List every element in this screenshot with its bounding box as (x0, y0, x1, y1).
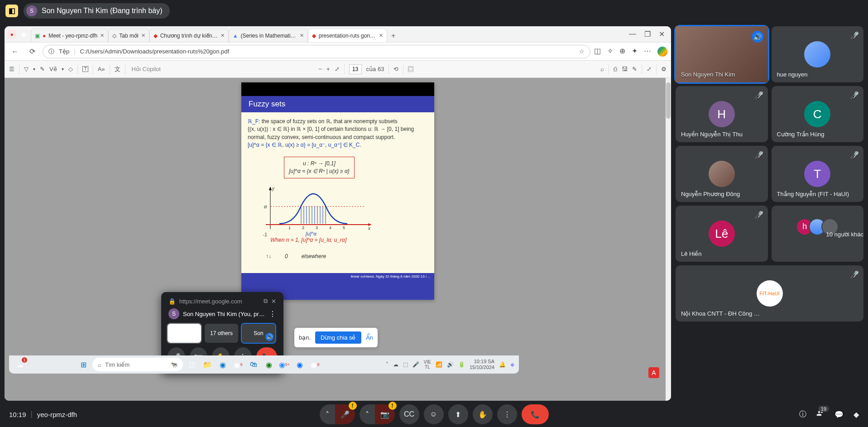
copilot-input[interactable]: Hỏi Copilot (132, 66, 222, 72)
minimize-icon[interactable]: — (629, 30, 636, 38)
taskbar-search[interactable]: ⌕ Tìm kiếm 🐄 (92, 358, 183, 371)
chrome-icon[interactable]: ◉9 (232, 358, 245, 371)
chat-icon[interactable]: 💬 (834, 410, 844, 419)
pip-pop-out-icon[interactable]: ⧉ (264, 297, 268, 305)
close-icon[interactable]: ✕ (100, 33, 104, 38)
language-icon[interactable]: ⬚ (403, 361, 408, 368)
meeting-info-icon[interactable]: ⓘ (799, 410, 806, 419)
premiere-icon[interactable]: ◆ (510, 361, 514, 368)
end-call-button[interactable]: 📞 (522, 404, 549, 424)
onedrive-icon[interactable]: ☁ (393, 361, 398, 368)
favorite-icon[interactable]: ☆ (579, 48, 585, 55)
volume-icon[interactable]: 🔊 (447, 361, 454, 368)
erase-icon[interactable]: ◇ (68, 66, 73, 72)
highlight-icon[interactable]: ▽ (24, 66, 29, 72)
participant-tile-dong[interactable]: 🎤̸ Nguyễn Phương Đông (676, 146, 768, 202)
pip-close-icon[interactable]: ✕ (271, 298, 276, 305)
activities-icon[interactable]: ◆ (854, 410, 859, 419)
participant-tile-thang[interactable]: T 🎤̸ Thắng Nguyễn (FIT - HaUI) (772, 146, 864, 202)
new-tab-button[interactable]: + (387, 29, 400, 42)
refresh-icon[interactable]: ⟳ (25, 45, 39, 58)
mic-options-button[interactable]: ˄ (320, 404, 335, 424)
tab-presentation-active[interactable]: ◆presentation-ruts gon.pd...✕ (308, 29, 387, 42)
participant-tile-noikhoa[interactable]: FIT-HaUI 🎤̸ Nội Khoa CNTT - ĐH Công ng..… (676, 265, 863, 321)
wifi-icon[interactable]: 📶 (436, 361, 442, 368)
participant-tile-cuong[interactable]: C 🎤̸ Cường Trần Hùng (772, 86, 864, 142)
acrobat-icon[interactable]: A (648, 367, 659, 378)
reactions-button[interactable]: ☺ (424, 404, 444, 424)
print-icon[interactable]: ⎙ (614, 66, 617, 72)
participant-tile-huyen[interactable]: H 🎤̸ Huyền Nguyễn Thị Thu (676, 86, 768, 142)
participant-tile-lehien[interactable]: Lê 🎤̸ Lê Hiền (676, 206, 768, 262)
translate-icon[interactable]: 文 (115, 65, 120, 73)
workspaces-icon[interactable]: ▣ (19, 30, 28, 39)
save-icon[interactable]: 🖫 (622, 66, 628, 72)
menu-icon[interactable]: ⋯ (644, 47, 651, 57)
chevron-down-icon[interactable]: ▾ (33, 67, 35, 72)
participant-tile-son[interactable]: 🔊 Son Nguyen Thi Kim (676, 26, 768, 82)
maximize-icon[interactable]: ❐ (644, 30, 651, 38)
chevron-down-icon[interactable]: ▾ (62, 67, 64, 72)
favorites-icon[interactable]: ✧ (607, 47, 613, 57)
text-icon[interactable]: 🅃 (82, 66, 88, 72)
camera-options-button[interactable]: ˄ (360, 404, 375, 424)
weather-icon[interactable]: ☁1 (14, 358, 26, 371)
tab-meet[interactable]: ▣●Meet - yeo-rpmz-dfh✕ (31, 29, 108, 42)
back-icon[interactable]: ← (8, 45, 22, 58)
xbox-icon[interactable]: ◉ (263, 358, 275, 371)
camera-toggle-button[interactable]: 📷! (375, 404, 395, 424)
pip-thumb-speaker[interactable]: Son 🔊 (242, 324, 275, 343)
close-icon[interactable]: ✕ (300, 33, 304, 38)
pdf-viewport[interactable]: Fuzzy sets ℝ_F: the space of fuzzy sets … (5, 78, 671, 401)
extensions-icon[interactable]: ✦ (632, 47, 638, 57)
close-icon[interactable]: ✕ (141, 33, 145, 38)
draw-icon[interactable]: ✎ (40, 66, 45, 72)
profile-icon[interactable]: ● (7, 30, 16, 39)
close-window-icon[interactable]: ✕ (659, 30, 665, 38)
start-icon[interactable]: ⊞ (77, 358, 90, 371)
close-icon[interactable]: ✕ (379, 33, 383, 38)
page-view-icon[interactable]: ⿴ (408, 66, 414, 72)
more-options-button[interactable]: ⋮ (497, 404, 517, 424)
participant-tile-others[interactable]: h 10 người khác (772, 206, 864, 262)
fit-width-icon[interactable]: ⤢ (335, 66, 340, 72)
raise-hand-button[interactable]: ✋ (473, 404, 493, 424)
tray-chevron-icon[interactable]: ˄ (386, 361, 388, 368)
pip-thumb-screen[interactable] (168, 324, 201, 343)
mic-tray-icon[interactable]: 🎤 (412, 361, 419, 368)
split-screen-icon[interactable]: ◫ (594, 47, 601, 57)
close-icon[interactable]: ✕ (221, 33, 225, 38)
stop-sharing-button[interactable]: Dừng chia sẻ (315, 331, 361, 344)
save-as-icon[interactable]: ✎ (632, 66, 637, 72)
tab-new[interactable]: ◇Tab mới✕ (108, 29, 149, 42)
explorer-icon[interactable]: 📁 (201, 358, 214, 371)
mic-toggle-button[interactable]: 🎤! (335, 404, 355, 424)
edge-icon[interactable]: ◉ (216, 358, 229, 371)
pip-thumb-others[interactable]: 17 others (205, 324, 238, 343)
read-aloud-icon[interactable]: A» (98, 66, 105, 72)
tab-pdf1[interactable]: ◆Chương trình dự kiến Hội...✕ (149, 29, 229, 42)
collections-icon[interactable]: ⊕ (619, 47, 625, 57)
zoom-icon[interactable]: ◉5+ (278, 358, 291, 371)
search-icon[interactable]: ⌕ (600, 66, 604, 72)
battery-icon[interactable]: 🔋 (458, 361, 465, 368)
tab-drive[interactable]: ▲(Series in Mathematical A...✕ (229, 29, 308, 42)
rotate-icon[interactable]: ⟲ (393, 66, 398, 72)
zoom-out-icon[interactable]: − (318, 66, 322, 72)
zalo-icon[interactable]: ◉ (293, 358, 306, 371)
participant-tile-hue[interactable]: 🎤̸ hue nguyen (772, 26, 864, 82)
people-button[interactable]: 19 (816, 409, 825, 419)
taskbar-clock[interactable]: 10:19 SA15/10/2024 (470, 359, 494, 370)
store-icon[interactable]: 🛍 (247, 358, 260, 371)
present-button[interactable]: ⬆ (448, 404, 468, 424)
chrome2-icon[interactable]: ◉8 (309, 358, 321, 371)
pip-more-icon[interactable]: ⋮ (269, 310, 276, 318)
presenter-badge[interactable]: S Son Nguyen Thi Kim (Đang trình bày) (24, 3, 170, 19)
hide-button[interactable]: Ẩn (366, 334, 373, 341)
captions-button[interactable]: CC (399, 404, 419, 424)
pdf-scrollbar[interactable] (666, 78, 671, 401)
fullscreen-icon[interactable]: ⤢ (647, 66, 652, 72)
zoom-in-icon[interactable]: + (326, 66, 330, 72)
url-input[interactable]: ⓘ Tệp | C:/Users/Admin/Downloads/present… (43, 45, 590, 58)
notifications-icon[interactable]: 🔔 (499, 361, 506, 368)
